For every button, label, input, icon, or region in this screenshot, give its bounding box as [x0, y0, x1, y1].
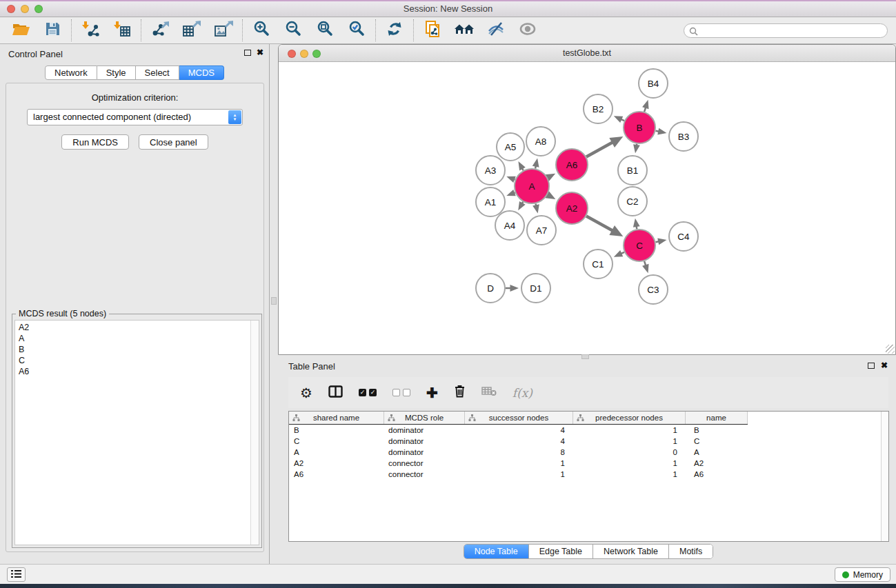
save-session-button[interactable] [40, 19, 65, 41]
function-builder-button[interactable]: f(x) [512, 386, 532, 400]
tab-select[interactable]: Select [136, 65, 179, 80]
minimize-window-button[interactable] [21, 5, 29, 13]
column-header-MCDS-role[interactable]: MCDS role [384, 412, 465, 424]
table-row[interactable]: Adominator80A [289, 447, 888, 458]
gear-icon: ⚙ [300, 386, 312, 400]
table-cell: C [289, 437, 384, 445]
tab-network-table[interactable]: Network Table [593, 545, 669, 558]
table-row[interactable]: A6connector11A6 [289, 469, 888, 480]
tab-network[interactable]: Network [45, 65, 97, 80]
memory-button[interactable]: Memory [835, 567, 890, 582]
network-window-title: testGlobe.txt [279, 45, 895, 61]
import-table-button[interactable] [110, 19, 135, 41]
export-table-button[interactable] [179, 19, 204, 41]
table-cell: 1 [465, 459, 573, 467]
delete-table-button[interactable] [481, 386, 497, 399]
edge-arrowhead-icon [518, 161, 525, 170]
result-item[interactable]: B [19, 344, 255, 355]
node-label: A1 [485, 197, 497, 207]
edge-arrowhead-icon [506, 190, 515, 196]
export-image-button[interactable] [211, 19, 236, 41]
column-header-successor-nodes[interactable]: successor nodes [465, 412, 573, 424]
node-label: B [636, 123, 642, 133]
node-label: A3 [485, 165, 497, 176]
column-header-label: predecessor nodes [595, 414, 663, 422]
table-row[interactable]: Cdominator41C [289, 436, 888, 447]
table-cell: 8 [465, 448, 573, 456]
tab-mcds[interactable]: MCDS [179, 65, 224, 80]
edge-arrowhead-icon [614, 250, 623, 257]
table-scrollbar[interactable] [881, 412, 888, 541]
table-panel-title: Table Panel [288, 361, 335, 372]
network-zoom-button[interactable] [312, 50, 321, 58]
hide-graphics-details-button[interactable] [484, 19, 508, 41]
close-panel-icon[interactable]: ✖ [257, 49, 263, 56]
run-mcds-button[interactable]: Run MCDS [61, 134, 129, 150]
edge-arrowhead-icon [614, 116, 623, 123]
result-item[interactable]: A2 [19, 322, 255, 333]
result-item[interactable]: A6 [19, 366, 255, 377]
open-folder-icon [12, 21, 30, 39]
horizontal-splitter-grip[interactable] [581, 354, 589, 359]
table-cell: 1 [573, 470, 686, 478]
desktop-background [0, 584, 896, 588]
result-item[interactable]: C [19, 355, 255, 366]
table-cell: dominator [384, 448, 465, 456]
apply-layout-button[interactable] [382, 19, 407, 41]
criterion-select[interactable]: largest connected component (directed) ▲… [27, 109, 243, 125]
import-network-button[interactable] [78, 19, 103, 41]
graph-edge[interactable] [586, 216, 613, 231]
show-graphics-details-button[interactable] [515, 19, 540, 41]
column-header-name[interactable]: name [686, 412, 748, 424]
task-history-button[interactable] [7, 567, 26, 582]
graph-edge[interactable] [586, 142, 613, 156]
zoom-window-button[interactable] [34, 5, 43, 13]
network-minimize-button[interactable] [300, 50, 308, 58]
add-column-button[interactable]: ✚ [426, 386, 438, 400]
deselect-all-columns-button[interactable] [392, 389, 410, 396]
zoom-in-button[interactable] [249, 19, 274, 41]
table-row[interactable]: A2connector11A2 [289, 458, 888, 469]
tab-motifs[interactable]: Motifs [669, 545, 713, 558]
select-all-columns-button[interactable]: ✓✓ [359, 389, 377, 396]
tab-style[interactable]: Style [97, 65, 136, 80]
result-scrollbar[interactable] [250, 321, 259, 545]
houses-icon [454, 21, 475, 39]
table-row[interactable]: Bdominator41B [289, 425, 888, 436]
float-table-panel-icon[interactable] [868, 363, 875, 369]
zoom-fit-button[interactable] [312, 19, 337, 41]
table-cell: B [289, 426, 384, 434]
close-window-button[interactable] [7, 5, 15, 13]
table-settings-button[interactable]: ⚙ [300, 386, 312, 400]
node-label: D [487, 283, 494, 294]
attribute-tree-icon [388, 414, 395, 423]
network-close-button[interactable] [288, 50, 296, 58]
network-canvas[interactable]: AA1A2A3A4A5A6A7A8BB1B2B3B4CC1C2C3C4DD1 [279, 62, 895, 354]
memory-label: Memory [853, 570, 883, 580]
right-region: testGlobe.txt AA1A2A3A4A5A6A7A8BB1B2B3B4… [270, 44, 896, 564]
zoom-selected-button[interactable] [344, 19, 369, 41]
close-table-panel-icon[interactable]: ✖ [881, 362, 888, 369]
tab-edge-table[interactable]: Edge Table [529, 545, 593, 558]
zoom-out-button[interactable] [281, 19, 306, 41]
result-item[interactable]: A [19, 333, 255, 344]
plus-icon: ✚ [426, 386, 438, 400]
tab-node-table[interactable]: Node Table [464, 545, 529, 558]
show-network-overview-button[interactable] [452, 19, 477, 41]
column-layout-button[interactable] [328, 385, 343, 401]
export-network-button[interactable] [148, 19, 172, 41]
column-header-predecessor-nodes[interactable]: predecessor nodes [573, 412, 686, 424]
network-from-selection-button[interactable] [420, 19, 445, 41]
float-panel-icon[interactable] [244, 50, 251, 56]
session-title: Session: New Session [0, 1, 896, 16]
delete-column-button[interactable] [454, 385, 466, 401]
select-stepper-icon: ▲▼ [228, 110, 241, 124]
vertical-splitter-grip[interactable] [271, 297, 277, 305]
edge-arrowhead-icon [506, 176, 515, 183]
open-session-button[interactable] [8, 19, 33, 41]
close-panel-button[interactable]: Close panel [139, 134, 208, 150]
column-header-shared-name[interactable]: shared name [289, 412, 384, 424]
column-header-label: MCDS role [405, 414, 444, 422]
resize-handle-icon[interactable] [886, 345, 895, 354]
search-input[interactable] [684, 23, 888, 38]
